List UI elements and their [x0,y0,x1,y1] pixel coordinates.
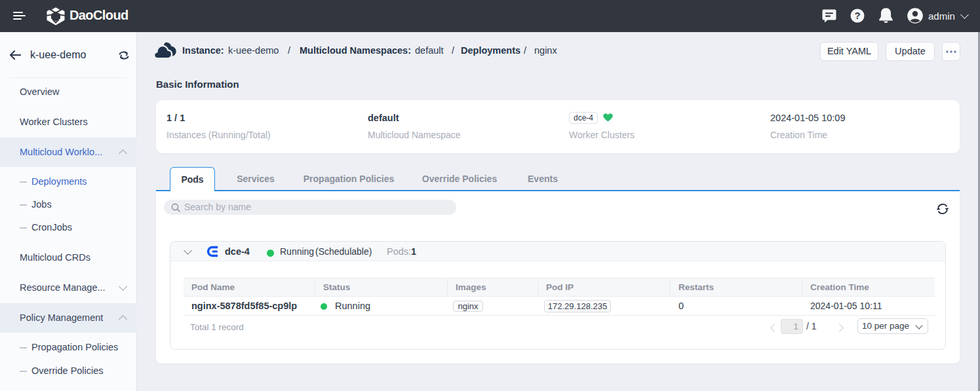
svg-text:?: ? [854,10,860,21]
